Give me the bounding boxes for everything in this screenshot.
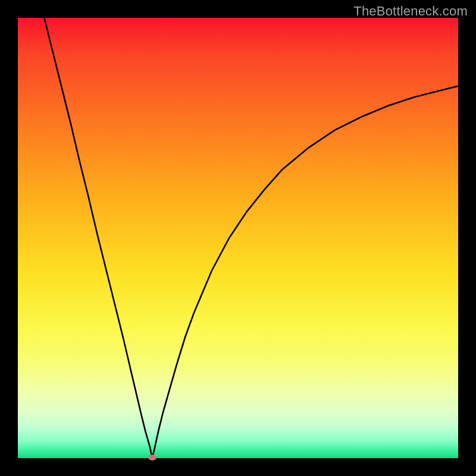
minimum-marker <box>148 455 156 461</box>
curve-svg <box>18 18 458 458</box>
bottleneck-curve <box>44 18 458 458</box>
plot-area <box>18 18 458 458</box>
watermark-text: TheBottleneck.com <box>353 4 468 19</box>
chart-frame: TheBottleneck.com <box>0 0 476 476</box>
